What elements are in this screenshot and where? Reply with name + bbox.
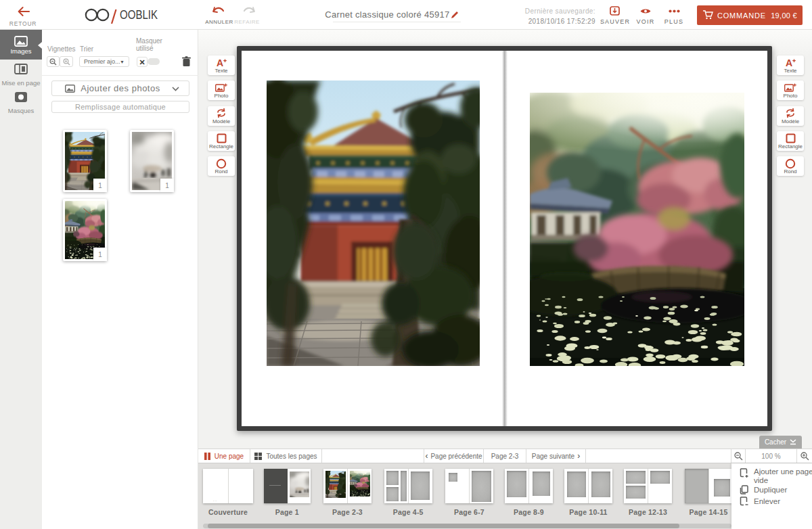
- svg-text:OOBLIK: OOBLIK: [120, 7, 158, 22]
- svg-text:A: A: [786, 58, 792, 67]
- svg-text:A: A: [217, 58, 223, 67]
